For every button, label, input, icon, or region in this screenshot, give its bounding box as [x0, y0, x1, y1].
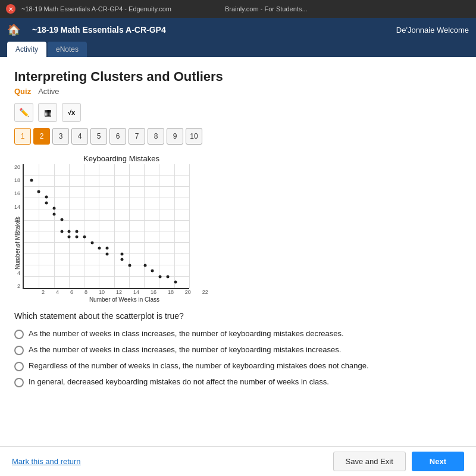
radio-3[interactable]	[14, 362, 24, 371]
calculator-tool[interactable]: ▦	[38, 103, 57, 122]
y-tick-2: 2	[6, 283, 20, 289]
scatter-dot	[45, 196, 48, 199]
question-num-6[interactable]: 6	[109, 128, 126, 145]
grid-line-v	[189, 164, 190, 288]
answer-text-4: In general, decreased keyboarding mistak…	[29, 377, 329, 386]
x-tick-8: 8	[84, 289, 87, 295]
scatter-dot	[45, 201, 48, 204]
pencil-tool[interactable]: ✏️	[14, 103, 33, 122]
scatter-dot	[159, 275, 162, 278]
radio-1[interactable]	[14, 330, 24, 339]
next-button[interactable]: Next	[412, 452, 464, 471]
scatter-dot	[98, 247, 101, 250]
chart-wrap: Number of Mistakes 2468101214161820 2468…	[14, 164, 208, 303]
y-axis-ticks: 2468101214161820	[6, 164, 20, 289]
tool-icons: ✏️ ▦ √x	[14, 103, 462, 122]
browser-bar: ✕ ~18-19 Math Essentials A-CR-GP4 - Edge…	[0, 0, 476, 18]
question-num-7[interactable]: 7	[129, 128, 145, 145]
x-tick-16: 16	[151, 289, 156, 295]
grid-line-h	[24, 220, 189, 221]
bottom-buttons: Save and Exit Next	[333, 452, 464, 471]
scatter-dot	[143, 264, 146, 267]
question-num-5[interactable]: 5	[90, 128, 107, 145]
page-title: Interpreting Clusters and Outliers	[14, 69, 462, 84]
chart-title: Keyboarding Mistakes	[32, 154, 211, 163]
tab-activity[interactable]: Activity	[7, 42, 46, 57]
chart-container: Keyboarding Mistakes Number of Mistakes …	[14, 154, 462, 303]
answer-choice-3[interactable]: Regardless of the number of weeks in cla…	[14, 361, 462, 371]
tab-enotes[interactable]: eNotes	[48, 42, 87, 57]
y-tick-12: 12	[6, 217, 20, 223]
grid-line-v	[159, 164, 159, 288]
scatter-dot	[52, 207, 55, 210]
grid-line-h	[24, 242, 189, 243]
scatter-dot	[106, 247, 109, 250]
scatter-dot	[60, 230, 63, 233]
question-num-3[interactable]: 3	[52, 128, 69, 145]
scatter-dot	[60, 218, 63, 221]
chart-area	[23, 164, 189, 289]
grid-line-h	[24, 209, 189, 209]
close-button[interactable]: ✕	[6, 4, 15, 14]
question-text: Which statement about the scatterplot is…	[14, 311, 462, 321]
question-num-9[interactable]: 9	[167, 128, 183, 145]
scatter-dot	[121, 258, 124, 261]
mark-return-link[interactable]: Mark this and return	[12, 457, 81, 466]
grid-line-v	[99, 164, 99, 288]
grid-line-h	[24, 276, 189, 277]
question-num-10[interactable]: 10	[186, 128, 202, 145]
x-tick-6: 6	[70, 289, 73, 295]
y-tick-8: 8	[6, 243, 20, 249]
save-exit-button[interactable]: Save and Exit	[333, 452, 406, 471]
formula-tool[interactable]: √x	[62, 103, 81, 122]
answer-choice-1[interactable]: As the number of weeks in class increase…	[14, 329, 462, 339]
scatter-dot	[68, 230, 71, 233]
quiz-label: Quiz	[14, 87, 31, 96]
scatter-dot	[37, 190, 40, 193]
scatter-dot	[151, 270, 154, 273]
x-tick-18: 18	[168, 289, 174, 295]
scatter-dot	[90, 241, 93, 244]
grid-line-v	[54, 164, 55, 288]
x-tick-2: 2	[42, 289, 45, 295]
question-num-4[interactable]: 4	[71, 128, 88, 145]
question-num-1[interactable]: 1	[14, 128, 31, 145]
x-tick-12: 12	[116, 289, 122, 295]
main-content: Interpreting Clusters and Outliers Quiz …	[0, 57, 476, 472]
grid-line-h	[24, 198, 189, 198]
grid-line-v	[84, 164, 84, 288]
scatter-dot	[52, 212, 55, 215]
scatter-dot	[83, 236, 86, 239]
status-label: Active	[38, 87, 59, 96]
nav-bar: 🏠 ~18-19 Math Essentials A-CR-GP4 De'Jon…	[0, 18, 476, 42]
grid-line-h	[24, 175, 189, 176]
grid-line-h	[24, 265, 189, 265]
brainly-tab: Brainly.com - For Students...	[225, 5, 308, 12]
y-tick-18: 18	[6, 177, 20, 183]
answer-choice-2[interactable]: As the number of weeks in class increase…	[14, 345, 462, 355]
grid-line-h	[24, 186, 189, 187]
grid-line-v	[174, 164, 175, 288]
home-icon[interactable]: 🏠	[7, 23, 20, 36]
grid-line-v	[69, 164, 70, 288]
y-tick-4: 4	[6, 270, 20, 276]
answer-text-1: As the number of weeks in class increase…	[29, 329, 344, 338]
scatter-dot	[166, 275, 169, 278]
question-num-8[interactable]: 8	[148, 128, 164, 145]
x-tick-20: 20	[185, 289, 191, 295]
tab-title: ~18-19 Math Essentials A-CR-GP4 - Edgenu…	[21, 5, 171, 12]
scatter-dot	[106, 252, 109, 255]
grid-line-v	[144, 164, 145, 288]
scatter-dot	[68, 236, 71, 239]
radio-4[interactable]	[14, 378, 24, 387]
radio-2[interactable]	[14, 346, 24, 355]
y-tick-20: 20	[6, 164, 20, 170]
x-axis-label: Number of Weeks in Class	[40, 296, 208, 303]
question-num-2[interactable]: 2	[33, 128, 50, 145]
grid-line-h	[24, 231, 189, 231]
y-tick-6: 6	[6, 257, 20, 263]
answer-choice-4[interactable]: In general, decreased keyboarding mistak…	[14, 377, 462, 387]
x-tick-10: 10	[99, 289, 105, 295]
y-tick-14: 14	[6, 204, 20, 210]
grid-line-v	[39, 164, 39, 288]
